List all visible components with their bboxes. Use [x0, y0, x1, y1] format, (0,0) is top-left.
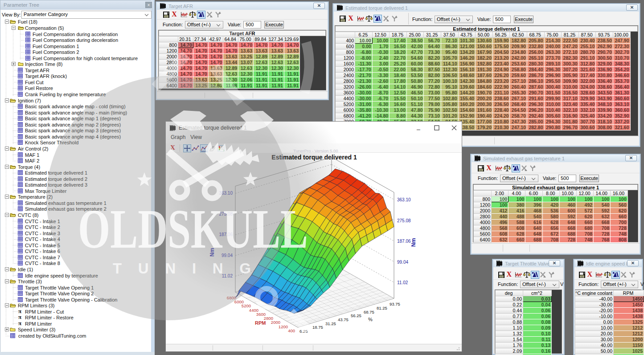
svg-text:363.10: 363.10 — [219, 191, 233, 196]
svg-text:81.25: 81.25 — [377, 306, 387, 310]
svg-text:%: % — [368, 317, 373, 322]
svg-text:1200: 1200 — [279, 324, 288, 329]
svg-text:6.25: 6.25 — [299, 329, 308, 334]
svg-text:99.04: 99.04 — [222, 253, 233, 258]
svg-text:18.75: 18.75 — [312, 325, 323, 330]
svg-text:187.06: 187.06 — [397, 239, 411, 244]
svg-text:Nm: Nm — [209, 248, 215, 257]
svg-text:99.04: 99.04 — [397, 260, 408, 265]
svg-text:RPM: RPM — [255, 320, 266, 326]
svg-text:363.10: 363.10 — [397, 197, 411, 202]
svg-text:11.02: 11.02 — [222, 273, 233, 278]
svg-text:11.02: 11.02 — [397, 280, 408, 285]
svg-text:400: 400 — [288, 328, 295, 333]
svg-text:6800: 6800 — [227, 295, 236, 300]
svg-text:Nm: Nm — [410, 238, 417, 247]
svg-text:275.08: 275.08 — [219, 212, 233, 216]
svg-text:4400: 4400 — [249, 308, 258, 313]
svg-text:56.25: 56.25 — [351, 313, 361, 318]
svg-text:187.06: 187.06 — [219, 232, 233, 237]
svg-text:275.08: 275.08 — [397, 218, 411, 223]
svg-text:31.25: 31.25 — [325, 321, 336, 326]
svg-text:43.75: 43.75 — [338, 317, 349, 322]
svg-text:93.75: 93.75 — [390, 302, 400, 306]
svg-text:68.75: 68.75 — [364, 310, 374, 314]
